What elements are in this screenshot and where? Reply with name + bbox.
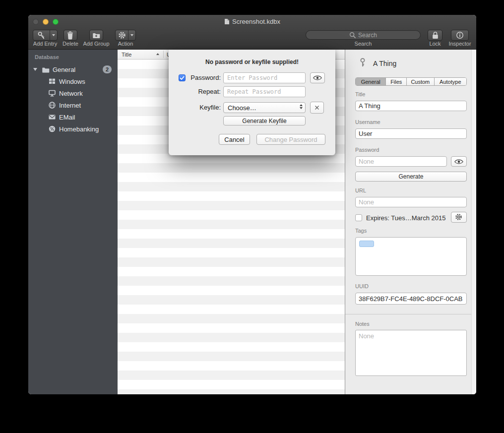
sidebar-item-windows[interactable]: Windows <box>28 75 118 87</box>
window-title-area: Screenshot.kdbx <box>88 17 417 25</box>
tags-field-label: Tags <box>355 228 367 234</box>
keyfile-popup-value: Choose… <box>228 104 256 112</box>
lock-label: Lock <box>423 41 447 47</box>
traffic-lights <box>33 19 59 25</box>
search-icon <box>349 32 356 39</box>
delete-button[interactable] <box>63 30 77 41</box>
search-placeholder: Search <box>358 32 377 39</box>
keyfile-label: Keyfile: <box>188 102 221 113</box>
add-group-label: Add Group <box>80 41 112 47</box>
clear-icon <box>314 104 320 111</box>
minimize-button[interactable] <box>43 19 49 25</box>
tags-field[interactable] <box>355 237 467 276</box>
password-field-label: Password <box>355 147 379 153</box>
gear-icon <box>455 213 463 221</box>
inspector-label: Inspector <box>445 41 475 47</box>
folder-icon <box>42 65 50 73</box>
checkbox-check-icon <box>180 76 185 80</box>
url-field-label: URL <box>355 187 366 193</box>
url-field[interactable] <box>355 197 467 207</box>
sidebar-item-label: Internet <box>59 102 81 109</box>
eye-icon <box>454 159 463 165</box>
search-label: Search <box>333 41 393 47</box>
inspector-scrollbar[interactable] <box>471 50 476 394</box>
column-header-title[interactable]: Title <box>122 52 131 58</box>
dialog-message: No password or keyfile supplied! <box>169 59 335 65</box>
inspector-panel: A Thing General Files Custom Autotype Ti… <box>345 50 476 394</box>
notes-section-divider <box>345 314 476 314</box>
chevron-down-icon <box>128 30 135 40</box>
inspector-icon <box>456 31 464 39</box>
entry-count-badge: 2 <box>103 65 112 73</box>
notes-field-label: Notes <box>355 321 370 327</box>
username-field-label: Username <box>355 119 380 125</box>
password-input[interactable] <box>223 72 306 83</box>
sidebar-item-label: Network <box>59 90 83 97</box>
tab-general[interactable]: General <box>356 78 386 85</box>
folder-add-icon <box>92 31 100 39</box>
add-group-button[interactable] <box>89 30 103 41</box>
sidebar-item-label: Homebanking <box>59 125 99 133</box>
window-header: Screenshot.kdbx Add Entry Delete <box>28 15 476 50</box>
uuid-field-label: UUID <box>355 283 369 289</box>
expires-label: Expires: Tues…March 2015 <box>366 214 445 222</box>
internet-icon <box>48 101 56 109</box>
lock-button[interactable] <box>428 30 442 41</box>
eye-icon <box>313 75 322 81</box>
sidebar-section-header: Database <box>35 54 59 60</box>
expires-settings-button[interactable] <box>451 212 467 223</box>
sidebar-item-homebanking[interactable]: Homebanking <box>28 123 118 135</box>
sidebar-item-general[interactable]: General 2 <box>28 63 118 75</box>
popup-stepper-icon <box>300 104 303 109</box>
reveal-password-button[interactable] <box>451 156 467 167</box>
entry-title: A Thing <box>373 60 396 67</box>
homebanking-icon <box>48 125 56 133</box>
action-button[interactable] <box>115 30 136 41</box>
title-field[interactable] <box>355 101 467 111</box>
lock-icon <box>432 31 439 39</box>
keyfile-popup[interactable]: Choose… <box>223 102 306 113</box>
password-checkbox[interactable] <box>179 74 186 81</box>
app-window: Screenshot.kdbx Add Entry Delete <box>28 15 476 394</box>
sidebar-item-network[interactable]: Network <box>28 87 118 99</box>
inspector-button[interactable] <box>451 30 469 41</box>
username-field[interactable] <box>355 128 467 139</box>
add-entry-button[interactable] <box>33 30 58 41</box>
uuid-field[interactable] <box>355 293 467 305</box>
cancel-button[interactable]: Cancel <box>219 134 250 145</box>
inspector-tabs: General Files Custom Autotype <box>355 77 467 86</box>
reveal-password-button[interactable] <box>310 72 325 83</box>
email-icon <box>48 113 56 121</box>
tag-chip[interactable] <box>359 241 374 247</box>
zoom-button[interactable] <box>53 19 59 25</box>
chevron-down-icon <box>50 30 57 40</box>
sidebar: Database General 2 Windows Network <box>28 50 118 394</box>
close-button[interactable] <box>33 19 39 25</box>
change-password-button[interactable]: Change Password <box>256 134 325 145</box>
disclosure-icon[interactable] <box>33 68 37 71</box>
change-password-dialog: No password or keyfile supplied! Passwor… <box>169 50 335 155</box>
tab-custom[interactable]: Custom <box>407 78 435 85</box>
generate-password-button[interactable]: Generate <box>355 172 467 182</box>
expires-checkbox[interactable] <box>355 214 362 221</box>
tab-autotype[interactable]: Autotype <box>435 78 466 85</box>
key-icon <box>33 30 50 40</box>
search-input[interactable]: Search <box>306 30 421 40</box>
tab-files[interactable]: Files <box>386 78 407 85</box>
sidebar-item-label: General <box>53 66 75 73</box>
sidebar-item-email[interactable]: EMail <box>28 111 118 123</box>
screen: Screenshot.kdbx Add Entry Delete <box>0 0 504 433</box>
clear-keyfile-button[interactable] <box>310 102 324 114</box>
key-icon <box>358 58 368 67</box>
sort-asc-icon <box>156 53 159 55</box>
password-label: Password: <box>188 72 221 83</box>
repeat-label: Repeat: <box>188 86 221 97</box>
column-divider[interactable] <box>163 51 164 58</box>
generate-keyfile-button[interactable]: Generate Keyfile <box>223 116 306 125</box>
password-field[interactable] <box>355 156 447 167</box>
document-icon <box>224 18 230 25</box>
sidebar-item-internet[interactable]: Internet <box>28 99 118 111</box>
sidebar-item-label: EMail <box>59 114 75 121</box>
repeat-password-input[interactable] <box>223 86 306 97</box>
notes-field[interactable] <box>355 330 467 376</box>
